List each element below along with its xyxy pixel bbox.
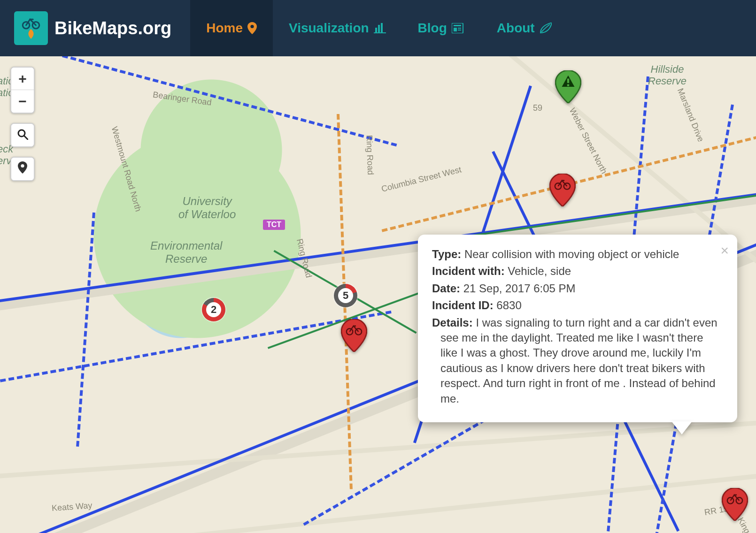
marker-collision[interactable] [341,319,367,352]
popup-row-type: Type: Near collision with moving object … [432,247,718,262]
nav-label: Home [206,21,243,36]
pin-icon [247,22,257,34]
top-nav: BikeMaps.org Home Visualization Blog Abo… [0,0,756,56]
map-controls: + − [10,67,35,181]
svg-point-2 [250,25,254,28]
road-decor [0,467,756,533]
news-icon [452,23,465,33]
brand-name: BikeMaps.org [54,18,171,38]
svg-rect-11 [458,30,461,30]
incident-popup: × Type: Near collision with moving objec… [418,235,737,422]
road-decor [0,416,756,480]
zoom-control: + − [10,67,35,114]
nav-about[interactable]: About [481,0,568,56]
popup-row-with: Incident with: Vehicle, side [432,264,718,279]
popup-row-date: Date: 21 Sep, 2017 6:05 PM [432,281,718,296]
svg-point-26 [21,164,24,168]
search-control [10,123,35,147]
svg-rect-5 [378,25,380,32]
bike-route-dash [0,311,392,387]
svg-rect-7 [452,23,463,33]
locate-button[interactable] [11,158,34,180]
svg-line-25 [24,136,28,139]
nav-label: About [497,21,535,36]
popup-row-details: Details: I was signaling to turn right a… [432,315,718,406]
marker-cluster[interactable]: 2 [202,298,225,321]
svg-rect-6 [381,23,383,32]
nav-label: Blog [418,21,447,36]
brand-logo [14,11,48,45]
search-icon [17,127,28,143]
svg-rect-12 [567,79,569,83]
road-label: Keats Way [51,501,93,513]
marker-collision[interactable] [722,488,748,521]
map-label-reserve: EnvironmentalReserve [150,239,222,265]
map-label-university: Universityof Waterloo [178,195,236,221]
bike-route-dash [76,213,95,447]
tct-badge: TCT [263,220,285,230]
popup-close-button[interactable]: × [720,241,729,260]
zoom-out-button[interactable]: − [11,90,34,113]
svg-rect-9 [454,28,457,31]
svg-rect-3 [374,32,386,33]
chart-icon [374,23,386,33]
nav-visualization[interactable]: Visualization [273,0,402,56]
svg-point-24 [18,130,25,137]
road-label: Westmount Road North [109,125,143,213]
road-label: Ring Road [364,135,376,175]
road-label: 59 [533,103,542,113]
popup-tail [671,421,692,434]
svg-rect-4 [375,28,377,32]
nav-home[interactable]: Home [190,0,273,56]
nav-blog[interactable]: Blog [402,0,481,56]
cluster-count: 5 [338,288,353,303]
pin-icon [18,161,27,177]
svg-rect-13 [567,84,569,86]
road-label: Marsland Drive [675,87,706,143]
marker-hazard[interactable] [555,70,581,103]
leaf-icon [540,23,552,34]
svg-rect-10 [458,28,461,29]
map-canvas[interactable]: Universityof Waterloo EnvironmentalReser… [0,56,756,533]
popup-row-id: Incident ID: 6830 [432,298,718,313]
road-label: Columbia Street West [380,165,463,194]
marker-collision[interactable] [549,174,576,206]
search-button[interactable] [11,124,34,146]
nav-label: Visualization [289,21,369,36]
cluster-count: 2 [206,302,221,317]
locate-control [10,157,35,181]
svg-rect-8 [454,25,461,26]
brand[interactable]: BikeMaps.org [14,11,171,45]
zoom-in-button[interactable]: + [11,68,34,90]
map-label-hillside: HillsideReserve [648,63,687,87]
marker-cluster[interactable]: 5 [334,284,357,307]
